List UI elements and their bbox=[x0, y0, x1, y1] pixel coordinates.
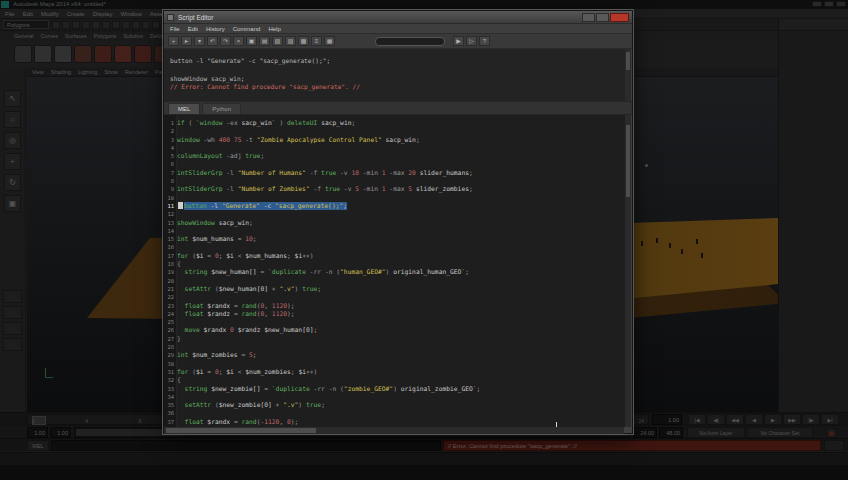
search-input[interactable] bbox=[375, 37, 445, 46]
line-number: 30 bbox=[164, 360, 177, 368]
copy-icon[interactable]: ▣ bbox=[246, 36, 257, 46]
code-line[interactable]: 29int $num_zombies = 5; bbox=[164, 351, 626, 359]
line-number: 36 bbox=[164, 409, 177, 417]
execute-all-icon[interactable]: ▶ bbox=[453, 36, 464, 46]
line-number: 23 bbox=[164, 302, 177, 310]
line-number: 29 bbox=[164, 351, 177, 359]
line-number: 8 bbox=[164, 177, 177, 185]
line-number: 20 bbox=[164, 277, 177, 285]
line-numbers-icon[interactable]: ≡ bbox=[311, 36, 322, 46]
code-line[interactable]: 33 string $new_zombie[] = `duplicate -rr… bbox=[164, 385, 626, 393]
code-line[interactable]: 22 bbox=[164, 293, 626, 301]
code-line[interactable]: 13showWindow sacp_win; bbox=[164, 219, 626, 227]
se-menu-edit[interactable]: Edit bbox=[188, 26, 198, 32]
code-line[interactable]: 16 bbox=[164, 243, 626, 251]
code-line[interactable]: 11button -l "Generate" -c "sacp_generate… bbox=[164, 202, 626, 210]
line-number: 2 bbox=[164, 127, 177, 135]
se-tab-python[interactable]: Python bbox=[202, 103, 241, 114]
code-line[interactable]: 15int $num_humans = 10; bbox=[164, 235, 626, 243]
history-line: showWindow sacp_win; bbox=[170, 75, 626, 84]
line-number: 24 bbox=[164, 310, 177, 318]
code-line[interactable]: 18{ bbox=[164, 260, 626, 268]
history-scrollbar-thumb[interactable] bbox=[626, 52, 630, 70]
code-line[interactable]: 28 bbox=[164, 343, 626, 351]
code-line[interactable]: 7intSliderGrp -l "Number of Humans" -f t… bbox=[164, 169, 626, 177]
clear-input-icon[interactable]: ▨ bbox=[285, 36, 296, 46]
line-number: 33 bbox=[164, 385, 177, 393]
help-icon[interactable]: ? bbox=[479, 36, 490, 46]
toolbar-icon-group-left: +▸▾↶↷×▣▤▧▨▩≡▦ bbox=[168, 36, 335, 46]
line-number: 3 bbox=[164, 136, 177, 144]
code-line[interactable]: 14 bbox=[164, 227, 626, 235]
code-line[interactable]: 3window -wh 400 75 -t "Zombie Apocalypse… bbox=[164, 136, 626, 144]
save-script-icon[interactable]: ▾ bbox=[194, 36, 205, 46]
code-line[interactable]: 35 setAttr ($new_zombie[0] + ".v") true; bbox=[164, 401, 626, 409]
code-line[interactable]: 31for ($i = 0; $i < $num_zombies; $i++) bbox=[164, 368, 626, 376]
clear-all-icon[interactable]: ▩ bbox=[298, 36, 309, 46]
cut-icon[interactable]: × bbox=[233, 36, 244, 46]
redo-icon[interactable]: ↷ bbox=[220, 36, 231, 46]
code-line[interactable]: 25 bbox=[164, 318, 626, 326]
code-line[interactable]: 2 bbox=[164, 127, 626, 135]
history-line bbox=[170, 66, 626, 75]
code-line[interactable]: 32{ bbox=[164, 376, 626, 384]
line-number: 34 bbox=[164, 393, 177, 401]
history-pane[interactable]: button -l "Generate" -c "sacp_generate()… bbox=[164, 49, 626, 101]
line-number: 28 bbox=[164, 343, 177, 351]
se-menu-history[interactable]: History bbox=[206, 26, 225, 32]
code-line[interactable]: 10 bbox=[164, 194, 626, 202]
se-menu-file[interactable]: File bbox=[170, 26, 180, 32]
code-line[interactable]: 5columnLayout -adj true; bbox=[164, 152, 626, 160]
code-horizontal-scrollbar[interactable] bbox=[164, 427, 624, 434]
open-script-icon[interactable]: ▸ bbox=[181, 36, 192, 46]
code-line[interactable]: 4 bbox=[164, 144, 626, 152]
code-line[interactable]: 23 float $randx = rand(0, 1120); bbox=[164, 302, 626, 310]
undo-icon[interactable]: ↶ bbox=[207, 36, 218, 46]
current-line-marker bbox=[178, 202, 183, 209]
history-scrollbar[interactable] bbox=[625, 49, 631, 101]
input-pane[interactable]: 1if ( `window -ex sacp_win` ) deleteUI s… bbox=[164, 115, 626, 427]
echo-commands-icon[interactable]: ▦ bbox=[324, 36, 335, 46]
code-vertical-scrollbar[interactable] bbox=[625, 115, 631, 427]
code-line[interactable]: 6 bbox=[164, 160, 626, 168]
execute-icon[interactable]: ▷ bbox=[466, 36, 477, 46]
script-editor-title-bar[interactable]: Script Editor bbox=[164, 11, 632, 24]
code-line[interactable]: 26 move $randx 0 $randz $new_human[0]; bbox=[164, 326, 626, 334]
code-line[interactable]: 30 bbox=[164, 360, 626, 368]
code-line[interactable]: 12 bbox=[164, 210, 626, 218]
code-line[interactable]: 24 float $randz = rand(0, 1120); bbox=[164, 310, 626, 318]
se-menu-help[interactable]: Help bbox=[268, 26, 280, 32]
paste-icon[interactable]: ▤ bbox=[259, 36, 270, 46]
minimize-button[interactable] bbox=[582, 13, 595, 22]
script-editor-window: Script Editor FileEditHistoryCommandHelp… bbox=[163, 10, 633, 434]
code-scrollbar-thumb[interactable] bbox=[626, 125, 630, 197]
maximize-button[interactable] bbox=[596, 13, 609, 22]
code-line[interactable]: 20 bbox=[164, 277, 626, 285]
code-line[interactable]: 1if ( `window -ex sacp_win` ) deleteUI s… bbox=[164, 119, 626, 127]
code-line[interactable]: 36 bbox=[164, 409, 626, 417]
line-number: 13 bbox=[164, 219, 177, 227]
screen: { "maya": { "title": "Autodesk Maya 2014… bbox=[0, 0, 848, 480]
se-menu-command[interactable]: Command bbox=[233, 26, 261, 32]
code-line[interactable]: 27} bbox=[164, 335, 626, 343]
code-line[interactable]: 8 bbox=[164, 177, 626, 185]
code-line[interactable]: 34 bbox=[164, 393, 626, 401]
history-line: button -l "Generate" -c "sacp_generate()… bbox=[170, 57, 626, 66]
line-number: 15 bbox=[164, 235, 177, 243]
clear-history-icon[interactable]: ▧ bbox=[272, 36, 283, 46]
code-horizontal-thumb[interactable] bbox=[166, 428, 316, 433]
line-number: 4 bbox=[164, 144, 177, 152]
toolbar-icon-group-right: ▶▷? bbox=[453, 36, 490, 46]
code-line[interactable]: 17for ($i = 0; $i < $num_humans; $i++) bbox=[164, 252, 626, 260]
line-number: 18 bbox=[164, 260, 177, 268]
new-tab-icon[interactable]: + bbox=[168, 36, 179, 46]
code-line[interactable]: 9intSliderGrp -l "Number of Zombies" -f … bbox=[164, 185, 626, 193]
close-button[interactable] bbox=[610, 13, 629, 22]
se-tab-mel[interactable]: MEL bbox=[168, 103, 200, 114]
line-number: 22 bbox=[164, 293, 177, 301]
line-number: 9 bbox=[164, 185, 177, 193]
script-editor-toolbar: +▸▾↶↷×▣▤▧▨▩≡▦ ▶▷? bbox=[164, 34, 632, 49]
code-line[interactable]: 19 string $new_human[] = `duplicate -rr … bbox=[164, 268, 626, 276]
code-line[interactable]: 21 setAttr ($new_human[0] + ".v") true; bbox=[164, 285, 626, 293]
line-number: 25 bbox=[164, 318, 177, 326]
